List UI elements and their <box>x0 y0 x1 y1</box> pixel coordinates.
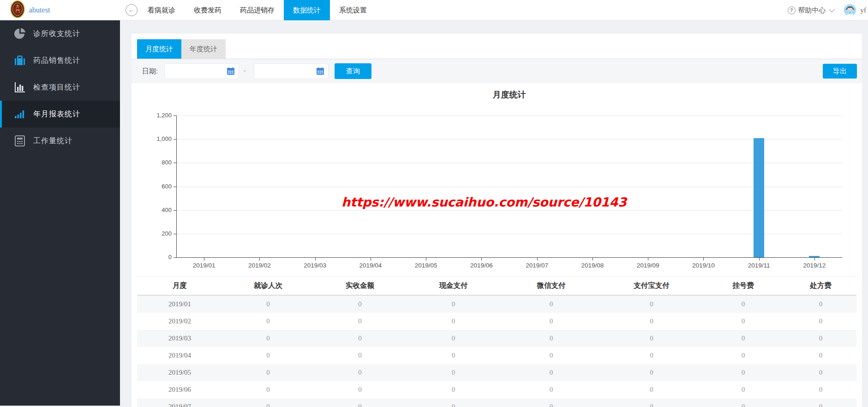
monthly-stats-table: 月度就诊人次实收金额现金支付微信支付支付宝支付挂号费处方费 2019/01000… <box>137 276 856 407</box>
chart-bar <box>754 138 764 257</box>
value-cell: 0 <box>701 403 785 407</box>
y-axis-label: 1,200 <box>144 112 172 119</box>
monthly-bar-chart: https://www.sucaihuo.com/source/10143 02… <box>132 34 862 274</box>
x-axis-label: 2019/06 <box>461 262 502 269</box>
month-cell: 2019/05 <box>137 369 222 377</box>
column-header: 支付宝支付 <box>602 281 701 291</box>
month-cell: 2019/04 <box>137 352 222 359</box>
table-body: 2019/0100000002019/0200000002019/0300000… <box>137 296 856 407</box>
month-cell: 2019/01 <box>137 300 222 308</box>
value-cell: 0 <box>602 352 701 359</box>
column-header: 现金支付 <box>406 281 501 291</box>
sidebar-item-clinic-income[interactable]: 诊所收支统计 <box>0 20 120 47</box>
x-axis-tick <box>371 258 371 261</box>
y-axis-label: 1,000 <box>144 135 172 142</box>
nav-item-billing[interactable]: 收费发药 <box>185 0 231 20</box>
header-right: ? 帮助中心 yf <box>788 0 867 20</box>
column-header: 微信支付 <box>501 281 602 291</box>
value-cell: 0 <box>314 334 406 342</box>
value-cell: 0 <box>406 369 501 377</box>
chart-bar <box>809 256 820 257</box>
top-nav: 看病就诊 收费发药 药品进销存 数据统计 系统设置 <box>138 0 376 20</box>
back-button[interactable]: ← <box>126 4 138 16</box>
value-cell: 0 <box>406 352 501 359</box>
month-cell: 2019/03 <box>137 334 222 342</box>
x-axis-tick <box>814 258 815 261</box>
table-row: 2019/040000000 <box>137 347 856 364</box>
table-row: 2019/030000000 <box>137 330 856 347</box>
sidebar: 诊所收支统计 药品销售统计 检查项目统计 <box>0 20 120 406</box>
y-axis-label: 400 <box>144 207 172 213</box>
value-cell: 0 <box>314 352 406 359</box>
value-cell: 0 <box>701 334 785 342</box>
value-cell: 0 <box>701 300 785 308</box>
gridline <box>176 234 842 234</box>
value-cell: 0 <box>222 300 314 308</box>
x-axis-label: 2019/08 <box>572 262 613 269</box>
month-cell: 2019/06 <box>137 386 222 394</box>
value-cell: 0 <box>222 386 314 394</box>
sidebar-label: 检查项目统计 <box>33 83 80 92</box>
x-axis-label: 2019/12 <box>794 262 835 269</box>
sidebar-item-drug-sales[interactable]: 药品销售统计 <box>0 47 120 74</box>
sidebar-item-monthly-report[interactable]: 年月报表统计 <box>0 101 120 128</box>
value-cell: 0 <box>785 386 856 394</box>
value-cell: 0 <box>314 317 406 325</box>
value-cell: 0 <box>406 403 501 407</box>
value-cell: 0 <box>406 317 501 325</box>
username[interactable]: yf <box>861 6 867 14</box>
brand: 大 門 abutest <box>10 1 50 19</box>
value-cell: 0 <box>602 386 701 394</box>
question-mark-icon: ? <box>788 6 796 14</box>
value-cell: 0 <box>785 403 856 407</box>
x-axis-tick <box>648 258 648 261</box>
value-cell: 0 <box>701 369 785 377</box>
svg-text:門: 門 <box>16 9 20 13</box>
value-cell: 0 <box>501 386 602 394</box>
gridline <box>176 187 842 187</box>
value-cell: 0 <box>602 334 701 342</box>
x-axis-tick <box>426 258 426 261</box>
top-header: 大 門 abutest ← 看病就诊 收费发药 药品进销存 数据统计 系统设置 … <box>0 0 868 20</box>
avatar[interactable] <box>844 4 856 16</box>
x-axis-label: 2019/01 <box>183 262 225 269</box>
table-row: 2019/020000000 <box>137 313 856 330</box>
help-center-menu[interactable]: ? 帮助中心 <box>788 6 833 15</box>
column-header: 挂号费 <box>701 281 785 291</box>
y-axis-label: 800 <box>144 159 172 166</box>
x-axis <box>176 257 842 258</box>
value-cell: 0 <box>701 352 785 359</box>
arrow-left-icon: ← <box>128 6 135 13</box>
table-row: 2019/010000000 <box>137 296 856 313</box>
value-cell: 0 <box>501 300 602 308</box>
value-cell: 0 <box>501 317 602 325</box>
x-axis-label: 2019/09 <box>627 262 669 269</box>
x-axis-label: 2019/10 <box>682 262 724 269</box>
x-axis-tick <box>537 258 538 261</box>
table-row: 2019/050000000 <box>137 364 856 381</box>
x-axis-label: 2019/04 <box>350 262 391 269</box>
pie-chart-icon <box>14 28 26 40</box>
column-header: 处方费 <box>785 281 856 291</box>
value-cell: 0 <box>785 317 856 325</box>
sidebar-item-exam-items[interactable]: 检查项目统计 <box>0 74 120 101</box>
bar-chart-icon <box>14 81 26 93</box>
value-cell: 0 <box>314 300 406 308</box>
value-cell: 0 <box>785 352 856 359</box>
value-cell: 0 <box>602 300 701 308</box>
value-cell: 0 <box>602 317 701 325</box>
column-header: 就诊人次 <box>222 281 314 291</box>
nav-item-statistics[interactable]: 数据统计 <box>284 0 330 20</box>
briefcase-icon <box>14 55 26 67</box>
nav-item-drug-inventory[interactable]: 药品进销存 <box>231 0 284 20</box>
x-axis-tick <box>703 258 704 261</box>
x-axis-tick <box>593 258 593 261</box>
nav-item-settings[interactable]: 系统设置 <box>330 0 376 20</box>
sidebar-item-workload[interactable]: 工作量统计 <box>0 128 120 154</box>
gridline <box>176 210 842 211</box>
x-axis-tick <box>759 258 760 261</box>
help-center-label: 帮助中心 <box>798 6 826 15</box>
sidebar-label: 工作量统计 <box>33 136 72 146</box>
nav-item-outpatient[interactable]: 看病就诊 <box>138 0 185 20</box>
gridline <box>176 163 842 163</box>
